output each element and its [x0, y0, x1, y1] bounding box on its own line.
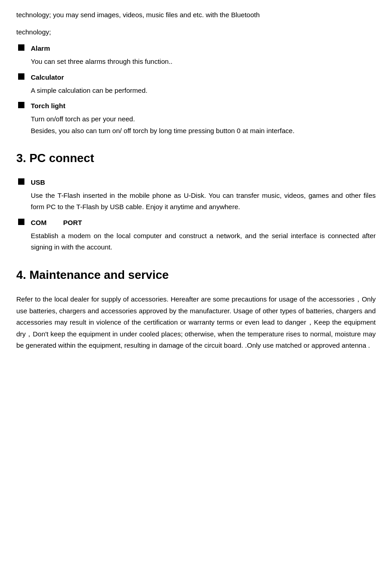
alarm-bullet-item: Alarm [16, 43, 376, 54]
calculator-section: Calculator A simple calculation can be p… [16, 72, 376, 96]
torch-label: Torch light [31, 101, 65, 111]
section4-body: Refer to the local dealer for supply of … [16, 293, 376, 351]
section4-block: 4. Maintenance and service Refer to the … [16, 266, 376, 351]
torch-section: Torch light Turn on/off torch as per you… [16, 101, 376, 136]
section4-heading: 4. Maintenance and service [16, 266, 376, 285]
usb-section: USB Use the T-Flash inserted in the mobi… [16, 177, 376, 213]
torch-bullet-item: Torch light [16, 101, 376, 111]
torch-body: Turn on/off torch as per your need. Besi… [31, 113, 376, 136]
usb-body: Use the T-Flash inserted in the mobile p… [31, 190, 376, 213]
alarm-body: You can set three alarms through this fu… [31, 56, 376, 67]
usb-label: USB [31, 177, 45, 188]
usb-bullet-item: USB [16, 177, 376, 188]
calculator-bullet-item: Calculator [16, 72, 376, 83]
usb-bullet-icon [18, 178, 24, 185]
section3-heading: 3. PC connect [16, 149, 376, 168]
alarm-section: Alarm You can set three alarms through t… [16, 43, 376, 67]
intro-line2: technology; [16, 26, 376, 38]
calculator-bullet-icon [18, 73, 24, 80]
torch-body-line1: Turn on/off torch as per your need. [31, 115, 135, 123]
com-label-part2: PORT [63, 217, 82, 228]
calculator-body: A simple calculation can be performed. [31, 85, 376, 96]
intro-line1: technology; you may send images, videos,… [16, 9, 376, 21]
com-port-bullet-item: COM PORT [16, 217, 376, 228]
com-port-section: COM PORT Establish a modem on the local … [16, 217, 376, 253]
section3-block: 3. PC connect USB Use the T-Flash insert… [16, 149, 376, 253]
alarm-bullet-icon [18, 44, 24, 51]
com-label-part1: COM [31, 217, 47, 228]
com-port-bullet-icon [18, 219, 24, 225]
torch-bullet-icon [18, 102, 24, 108]
torch-body-line2: Besides, you also can turn on/ off torch… [31, 127, 295, 134]
calculator-label: Calculator [31, 72, 64, 83]
alarm-label: Alarm [31, 43, 50, 54]
com-port-label: COM PORT [31, 217, 82, 228]
com-port-body: Establish a modem on the local computer … [31, 230, 376, 253]
